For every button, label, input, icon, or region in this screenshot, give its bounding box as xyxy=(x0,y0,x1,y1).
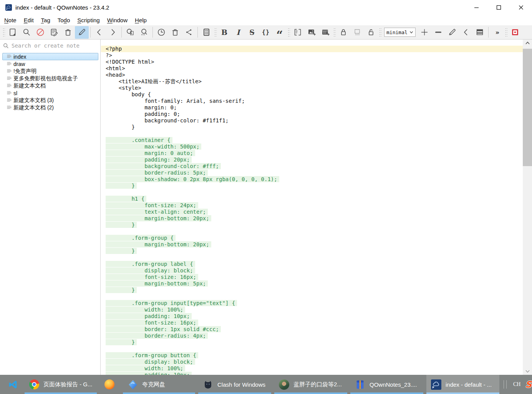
taskbar-item-label: Clash for Windows xyxy=(217,381,265,388)
taskbar-item-clash[interactable]: Clash for Windows xyxy=(198,375,271,394)
toolbar-insert-date-button[interactable] xyxy=(318,26,332,39)
editor-line: ?> xyxy=(106,52,520,59)
toolbar-trash-button[interactable] xyxy=(61,26,75,39)
editor-line: .form-group label { xyxy=(106,261,520,267)
chevron-right-icon xyxy=(108,28,118,37)
note-search-input[interactable]: Search or create note xyxy=(0,40,100,51)
note-editor[interactable]: <?php?><!DOCTYPE html><html><head> <titl… xyxy=(101,40,523,375)
editor-line: max-width: 500px; xyxy=(106,143,520,150)
toolbar-todo-list-button[interactable] xyxy=(199,26,213,39)
running-indicator xyxy=(274,392,347,394)
toolbar-chevron-right-button[interactable] xyxy=(106,26,120,39)
toolbar-lock-button[interactable] xyxy=(336,26,350,39)
menu-tag[interactable]: Tag xyxy=(41,17,50,23)
editor-line: background-color: #f1f1f1; xyxy=(106,117,520,124)
running-indicator xyxy=(123,392,195,394)
toolbar-chevron-left-button[interactable] xyxy=(92,26,106,39)
note-item[interactable]: !免责声明 xyxy=(2,68,98,75)
toolbar-edit-note-button[interactable] xyxy=(47,26,61,39)
toolbar-code-braces-button[interactable]: {} xyxy=(259,26,273,39)
chrome-icon xyxy=(29,379,39,389)
menu-window[interactable]: Window xyxy=(107,17,128,23)
toolbar-drag-handle[interactable] xyxy=(287,27,290,37)
toolbar-chevron-left-button[interactable] xyxy=(459,26,473,39)
toolbar-pencil-button[interactable] xyxy=(75,26,89,39)
toolbar-block-button[interactable] xyxy=(33,26,47,39)
minimize-button[interactable] xyxy=(465,0,487,15)
toolbar-separator xyxy=(197,27,198,38)
note-item[interactable]: sl xyxy=(2,89,98,97)
note-item[interactable]: 新建文本文档 (2) xyxy=(2,104,98,111)
toolbar-drag-handle[interactable] xyxy=(214,27,217,37)
note-item-selected[interactable]: index xyxy=(2,53,98,60)
toolbar-trash-button[interactable] xyxy=(168,26,182,39)
toolbar-search-page-button[interactable] xyxy=(123,26,137,39)
toolbar-drag-handle[interactable] xyxy=(2,27,5,37)
toolbar-insert-image-button[interactable] xyxy=(305,26,318,39)
editor-line: } xyxy=(106,222,520,228)
toolbar-panel-button[interactable] xyxy=(473,26,487,39)
toolbar-quote-button[interactable]: “ xyxy=(273,26,287,39)
tray-separator xyxy=(504,380,504,389)
scrollbar-thumb[interactable] xyxy=(523,49,532,166)
toolbar-search-button[interactable] xyxy=(20,26,33,39)
editor-line: <title>AI绘画--苏音</title> xyxy=(106,78,520,85)
toolbar-separator xyxy=(488,27,489,38)
scroll-down-arrow[interactable] xyxy=(523,368,532,375)
taskbar-item-pocket-chat[interactable]: 蓝胖子的口袋等2... xyxy=(274,375,347,394)
toolbar-bold-button[interactable]: B xyxy=(217,26,231,39)
input-language-indicator[interactable]: CH xyxy=(513,381,520,387)
toolbar-drag-handle[interactable] xyxy=(333,27,336,37)
toolbar-minus-button[interactable] xyxy=(431,26,445,39)
pencil-icon xyxy=(447,28,457,37)
toolbar-drag-handle[interactable] xyxy=(505,27,507,37)
workspace-selector[interactable]: minimal xyxy=(384,28,416,37)
menu-help[interactable]: Help xyxy=(135,17,147,23)
menu-note[interactable]: Note xyxy=(4,17,17,23)
editor-line xyxy=(106,293,520,300)
toolbar-overflow-button[interactable]: » xyxy=(490,26,504,39)
menu-edit[interactable]: Edit xyxy=(24,17,34,23)
chevron-left-icon xyxy=(461,28,471,37)
menu-todo[interactable]: Todo xyxy=(58,17,70,23)
toolbar-drag-handle[interactable] xyxy=(379,27,381,37)
note-title: 新建文本文档 xyxy=(13,82,46,89)
note-list: indexdraw!免责声明更多免费影视包括电视盒子新建文本文档sl新建文本文档… xyxy=(0,53,100,111)
taskbar-item-vscode[interactable] xyxy=(3,375,22,394)
sogou-input-icon[interactable]: S xyxy=(525,379,532,389)
scroll-up-arrow[interactable] xyxy=(523,40,532,46)
editor-line: width: 100%; xyxy=(106,365,520,372)
toolbar-strikethrough-button[interactable]: S xyxy=(245,26,259,39)
maximize-button[interactable] xyxy=(487,0,510,15)
editor-line: margin-bottom: 20px; xyxy=(106,241,520,248)
contact-avatar xyxy=(279,379,289,390)
toolbar-search-dots-button[interactable] xyxy=(137,26,151,39)
chevron-down-icon xyxy=(409,30,413,34)
taskbar-item-quark-pan[interactable]: 夸克网盘 xyxy=(123,375,195,394)
note-item[interactable]: 更多免费影视包括电视盒子 xyxy=(2,75,98,82)
toolbar-pencil-button[interactable] xyxy=(445,26,459,39)
toolbar-plus-button[interactable] xyxy=(418,26,431,39)
editor-scrollbar[interactable] xyxy=(523,40,532,375)
note-item[interactable]: draw xyxy=(2,60,98,68)
toolbar-new-note-button[interactable] xyxy=(6,26,20,39)
note-item[interactable]: 新建文本文档 xyxy=(2,82,98,89)
qownnotes-icon xyxy=(431,379,441,390)
toolbar-clock-button[interactable] xyxy=(154,26,168,39)
taskbar-item-chrome-report[interactable]: 页面体验报告 - G... xyxy=(25,375,97,394)
toolbar-italic-button[interactable]: I xyxy=(231,26,245,39)
toolbar-insert-panel-button[interactable] xyxy=(291,26,305,39)
close-button[interactable] xyxy=(510,0,532,15)
toolbar-selection-frame-button[interactable] xyxy=(350,26,364,39)
toolbar-red-panel-button[interactable] xyxy=(508,26,522,39)
note-lines-icon xyxy=(7,54,12,59)
menu-scripting[interactable]: Scripting xyxy=(77,17,99,23)
toolbar-unlock-button[interactable] xyxy=(364,26,378,39)
running-indicator xyxy=(25,392,97,394)
taskbar-item-qownnotes-zip[interactable]: QOwnNotes_23.... xyxy=(350,375,423,394)
toolbar-share-button[interactable] xyxy=(182,26,196,39)
taskbar-item-firefox[interactable] xyxy=(100,375,120,394)
search-dots-icon xyxy=(139,28,149,37)
note-item[interactable]: 新建文本文档 (3) xyxy=(2,97,98,104)
taskbar-item-qownnotes-app[interactable]: index - default - ... xyxy=(426,375,499,394)
